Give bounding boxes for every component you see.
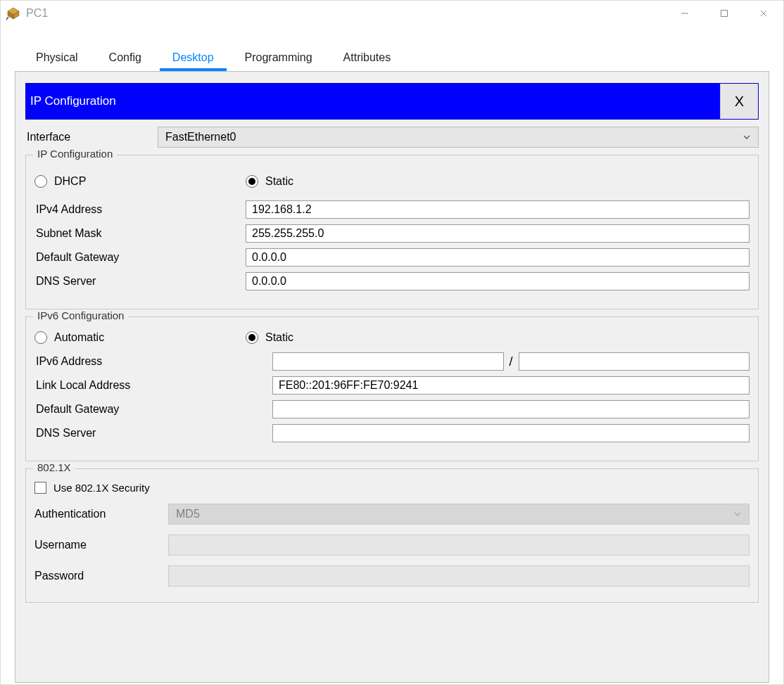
ipv4-gateway-label: Default Gateway: [34, 251, 246, 264]
ipv6-legend: IPv6 Configuration: [33, 309, 128, 321]
window-title: PC1: [26, 7, 48, 20]
config-body: IP Configuration X Interface FastEtherne…: [15, 71, 769, 683]
titlebar: PC1: [1, 1, 783, 26]
interface-select[interactable]: FastEthernet0: [158, 127, 759, 148]
authentication-value: MD5: [176, 508, 200, 520]
password-label: Password: [34, 570, 168, 582]
ipv6-prefix-input[interactable]: [519, 352, 750, 371]
tab-programming[interactable]: Programming: [229, 46, 328, 71]
ipv4-gateway-input[interactable]: [246, 248, 750, 267]
subnet-mask-label: Subnet Mask: [34, 227, 246, 240]
ipv4-address-input[interactable]: [246, 200, 750, 219]
panel-close-button[interactable]: X: [720, 84, 758, 119]
ipv6-fieldset: IPv6 Configuration Automatic Static IPv6…: [25, 316, 759, 461]
interface-label: Interface: [25, 131, 158, 143]
ipv4-address-label: IPv4 Address: [34, 203, 246, 216]
static-label: Static: [265, 175, 293, 188]
link-local-label: Link Local Address: [34, 379, 272, 392]
minimize-button[interactable]: [665, 1, 704, 26]
maximize-button[interactable]: [704, 1, 744, 26]
ipv4-legend: IP Configuration: [33, 148, 117, 160]
ipv6-dns-input[interactable]: [272, 424, 750, 442]
username-label: Username: [34, 539, 168, 551]
dhcp-radio[interactable]: [34, 175, 47, 188]
static-radio[interactable]: [246, 175, 258, 188]
ipv6-auto-label: Automatic: [54, 331, 104, 344]
svg-line-3: [6, 17, 8, 20]
username-input: [168, 534, 750, 556]
ipv6-static-radio[interactable]: [246, 331, 258, 344]
ipv4-fieldset: IP Configuration DHCP Static IPv4 Addres…: [25, 155, 759, 309]
close-button[interactable]: [744, 1, 783, 26]
ipv6-dns-label: DNS Server: [34, 427, 272, 440]
dhcp-label: DHCP: [54, 175, 86, 188]
panel-header: IP Configuration X: [25, 83, 759, 120]
tab-physical[interactable]: Physical: [20, 46, 94, 71]
use-8021x-checkbox[interactable]: [34, 482, 46, 494]
tab-attributes[interactable]: Attributes: [328, 46, 407, 71]
link-local-input[interactable]: [272, 376, 750, 395]
ipv4-dns-label: DNS Server: [34, 275, 246, 288]
ipv6-auto-radio[interactable]: [34, 331, 47, 344]
panel-title: IP Configuration: [26, 84, 720, 119]
tab-config[interactable]: Config: [94, 46, 157, 71]
dot1x-legend: 802.1X: [33, 461, 75, 473]
password-input: [168, 565, 750, 587]
chevron-down-icon: [742, 133, 751, 141]
tab-bar: Physical Config Desktop Programming Attr…: [1, 44, 783, 71]
svg-rect-5: [721, 11, 728, 17]
tab-desktop[interactable]: Desktop: [157, 46, 229, 71]
dot1x-fieldset: 802.1X Use 802.1X Security Authenticatio…: [25, 468, 759, 603]
ipv6-gateway-input[interactable]: [272, 400, 750, 418]
chevron-down-icon: [733, 510, 742, 518]
ipv4-dns-input[interactable]: [246, 272, 750, 290]
authentication-select: MD5: [168, 504, 750, 525]
authentication-label: Authentication: [34, 508, 168, 520]
use-8021x-label: Use 802.1X Security: [53, 482, 150, 494]
ipv6-address-label: IPv6 Address: [34, 355, 272, 368]
ipv6-gateway-label: Default Gateway: [34, 403, 272, 416]
ipv6-static-label: Static: [265, 331, 293, 344]
ipv6-prefix-separator: /: [504, 354, 519, 369]
subnet-mask-input[interactable]: [246, 224, 750, 243]
interface-selected-value: FastEthernet0: [165, 131, 236, 143]
app-icon: [6, 6, 20, 20]
ipv6-address-input[interactable]: [272, 352, 504, 371]
